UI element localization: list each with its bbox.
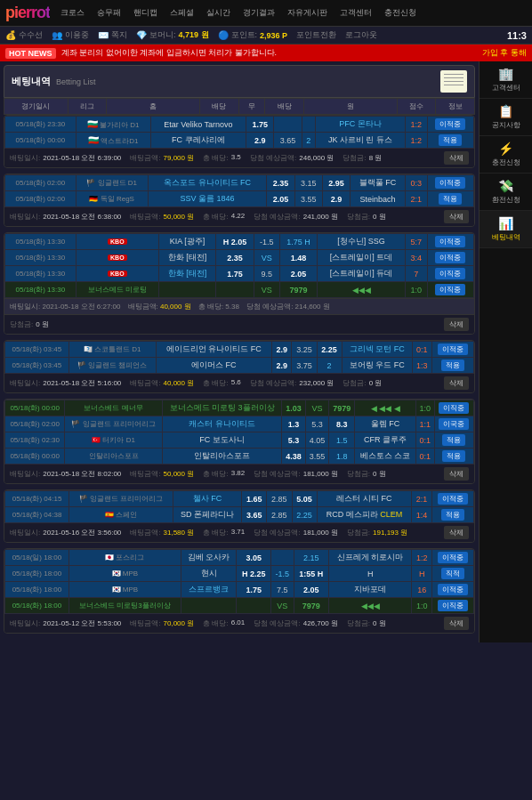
col-away: 원 bbox=[303, 99, 397, 115]
sidebar-item-charge[interactable]: ⚡ 충전신청 bbox=[480, 136, 532, 174]
sidebar-item-exchange[interactable]: 💸 환전신청 bbox=[480, 174, 532, 211]
table-row: 05/18(화) 13:30 KBO 한화 [태전] 1.75 9.5 2.05… bbox=[5, 266, 474, 282]
apply-button[interactable]: 이직중 bbox=[435, 268, 465, 279]
hot-news-link[interactable]: 가입 후 통해 bbox=[482, 47, 527, 59]
table-row: 05/18(화) 02:00 🏴 잉글랜드 D1 옥스포드 유나이티드 FC 2… bbox=[5, 175, 474, 191]
apply-button[interactable]: 이적중 bbox=[435, 236, 465, 247]
nav-board[interactable]: 자유게시판 bbox=[284, 5, 331, 20]
sidebar-label-customer: 고객센터 bbox=[492, 83, 520, 93]
apply-button[interactable]: 적용 bbox=[442, 450, 465, 462]
row-score: 1:2 bbox=[405, 133, 427, 149]
apply-button[interactable]: 적용 bbox=[441, 509, 464, 521]
delete-button-2[interactable]: 삭제 bbox=[444, 210, 469, 223]
apply-button[interactable]: 직적 bbox=[441, 568, 464, 579]
notebook-icon bbox=[440, 70, 467, 93]
apply-button[interactable]: 이적중 bbox=[435, 252, 465, 263]
delete-button-6[interactable]: 삭제 bbox=[444, 526, 469, 539]
table-row: 05/18(일) 18:00 🇯🇵 포스리그 김베 오사카 3.05 2.15 … bbox=[5, 550, 474, 566]
charge-icon: ⚡ bbox=[498, 141, 513, 156]
nav-special[interactable]: 스페셜 bbox=[166, 5, 197, 20]
bet-group-3-footer: 당첨금:0 원 삭제 bbox=[4, 315, 474, 334]
col-info: 정보 bbox=[436, 99, 475, 115]
apply-button[interactable]: 이국중 bbox=[439, 418, 469, 430]
col-home: 홈 bbox=[107, 99, 200, 115]
status-deposit[interactable]: 💰 수수선 bbox=[5, 29, 43, 41]
col-home-odds: 배당 bbox=[199, 99, 238, 115]
status-message[interactable]: ✉️ 쪽지 bbox=[98, 29, 127, 41]
delete-button-5[interactable]: 삭제 bbox=[444, 467, 469, 481]
bet-group-2-table: 05/18(화) 02:00 🏴 잉글랜드 D1 옥스포드 유나이티드 FC 2… bbox=[4, 174, 474, 207]
row-mid bbox=[274, 117, 302, 133]
apply-button[interactable]: 적용 bbox=[442, 434, 465, 446]
footer-expected-label: 당첨 예상금액: bbox=[250, 153, 296, 163]
row-home: Etar Veliko Tarnovo bbox=[150, 117, 246, 133]
delete-button[interactable]: 삭제 bbox=[444, 151, 469, 165]
footer-win-label: 당첨금: bbox=[343, 153, 366, 163]
apply-button[interactable]: 이적중 bbox=[438, 584, 468, 595]
footer-expected: 246,000 원 bbox=[299, 153, 334, 163]
footer-betdate-label: 배팅일시: bbox=[10, 153, 40, 163]
delete-button-4[interactable]: 삭제 bbox=[444, 376, 469, 390]
row-mid: 3.55 bbox=[294, 191, 322, 207]
table-row: 05/18(화) 23:30 🇧🇬 불가리아 D1 Etar Veliko Ta… bbox=[5, 117, 474, 133]
table-row: 05/18(화) 00:00 인탈리아스포프 인탈리아스포프 4.38 3.55… bbox=[5, 448, 474, 465]
row-home-odds[interactable]: 2.9 bbox=[246, 133, 274, 149]
logout-label: 로그아웃 bbox=[345, 29, 377, 41]
nav-cross[interactable]: 크로스 bbox=[57, 5, 88, 20]
hot-news-text: 계좌 분리의 없어이한 계좌에 입금하시면 처리가 불가합니다. bbox=[61, 47, 477, 59]
apply-button[interactable]: 적용 bbox=[439, 134, 462, 146]
nav-support[interactable]: 고객센터 bbox=[336, 5, 375, 20]
sidebar-item-customer[interactable]: 🏢 고객센터 bbox=[480, 61, 532, 99]
apply-button[interactable]: 이적중 bbox=[438, 343, 468, 355]
apply-button[interactable]: 이적중 bbox=[435, 177, 465, 189]
sidebar-item-betting[interactable]: 📊 베팅내역 bbox=[480, 211, 532, 248]
sidebar-label-betting: 베팅내역 bbox=[492, 232, 520, 242]
apply-button[interactable]: 이직중 bbox=[438, 600, 468, 611]
apply-button[interactable]: 이적중 bbox=[438, 552, 468, 563]
logo[interactable]: pierrot bbox=[5, 4, 50, 22]
nav-charge[interactable]: 충전신청 bbox=[381, 5, 420, 20]
top-navigation: pierrot 크로스 승무패 핸디캡 스페셜 실시간 경기결과 자유게시판 고… bbox=[0, 0, 532, 27]
delete-button-3[interactable]: 삭제 bbox=[444, 318, 469, 331]
row-date: 05/18(화) 02:00 bbox=[5, 175, 77, 191]
row-score: 0:3 bbox=[405, 175, 427, 191]
group-3-mid-info: 배팅일시: 2021-05-18 오전 6:27:00 배팅금액: 40,000… bbox=[4, 298, 474, 315]
bet-group-1: 05/18(화) 23:30 🇧🇬 불가리아 D1 Etar Veliko Ta… bbox=[4, 115, 475, 168]
bet-table-header: 경기일시 리그 홈 배당 무 배당 원 점수 정보 bbox=[4, 98, 475, 115]
bet-group-4-footer: 배팅일시:2021-05-18 오전 5:16:00 배팅금액:40,000 원… bbox=[4, 374, 474, 392]
table-row: 05/18(화) 04:38 🇪🇸 스페인 SD 폰페라디나 3.65 2.85… bbox=[5, 507, 474, 523]
apply-button[interactable]: 이직중 bbox=[439, 402, 469, 414]
status-logout[interactable]: 로그아웃 bbox=[345, 29, 377, 41]
sidebar-label-exchange: 환전신청 bbox=[492, 195, 520, 205]
apply-button[interactable]: 적용 bbox=[439, 193, 462, 205]
apply-button[interactable]: 적용 bbox=[441, 360, 464, 371]
row-mid-odds: 2.9 bbox=[322, 191, 350, 207]
col-mid-odds: 배당 bbox=[265, 99, 304, 115]
status-convert[interactable]: 포인트전환 bbox=[296, 29, 336, 41]
apply-button[interactable]: 이적중 bbox=[435, 118, 465, 130]
status-users[interactable]: 👥 이용중 bbox=[52, 29, 89, 41]
row-home-odds[interactable]: 1.75 bbox=[246, 117, 274, 133]
row-league: 🇩🇪 독일 RegS bbox=[76, 191, 148, 207]
row-away: Steinbach bbox=[351, 191, 406, 207]
table-row: 05/18(화) 02:00 🇩🇪 독일 RegS SSV 울름 1846 2.… bbox=[5, 191, 474, 207]
apply-button[interactable]: 이적중 bbox=[438, 493, 468, 505]
left-content: 베팅내역 Betting List 경기일시 리그 홈 배당 무 bbox=[0, 61, 479, 642]
table-row: 05/18(화) 13:30 KBO KIA [광주] H 2.05 -1.5 … bbox=[5, 234, 474, 250]
footer-odds: 3.5 bbox=[231, 153, 241, 163]
row-home-odds[interactable]: 2.05 bbox=[267, 191, 294, 207]
footer-betdate: 2021-05-18 오전 6:39:00 bbox=[43, 153, 121, 163]
betting-header: 베팅내역 Betting List bbox=[4, 65, 475, 98]
row-score: 1:2 bbox=[405, 117, 427, 133]
delete-button-7[interactable]: 삭제 bbox=[444, 617, 469, 630]
row-home-odds[interactable]: 2.35 bbox=[267, 175, 294, 191]
nav-handicap[interactable]: 핸디캡 bbox=[130, 5, 161, 20]
hot-news-label: HOT NEWS bbox=[5, 48, 56, 59]
row-league: 🇧🇬 불가리아 D1 bbox=[76, 117, 150, 133]
nav-live[interactable]: 실시간 bbox=[203, 5, 234, 20]
nav-win[interactable]: 승무패 bbox=[93, 5, 125, 20]
nav-results[interactable]: 경기결과 bbox=[239, 5, 278, 20]
table-row: 05/18(화) 13:30 보너스메드 미로팅 VS 7979 ◀◀◀ 1:0… bbox=[5, 282, 474, 298]
sidebar-item-notice[interactable]: 📋 공지사항 bbox=[480, 99, 532, 136]
apply-button[interactable]: 이직중 bbox=[435, 284, 465, 295]
